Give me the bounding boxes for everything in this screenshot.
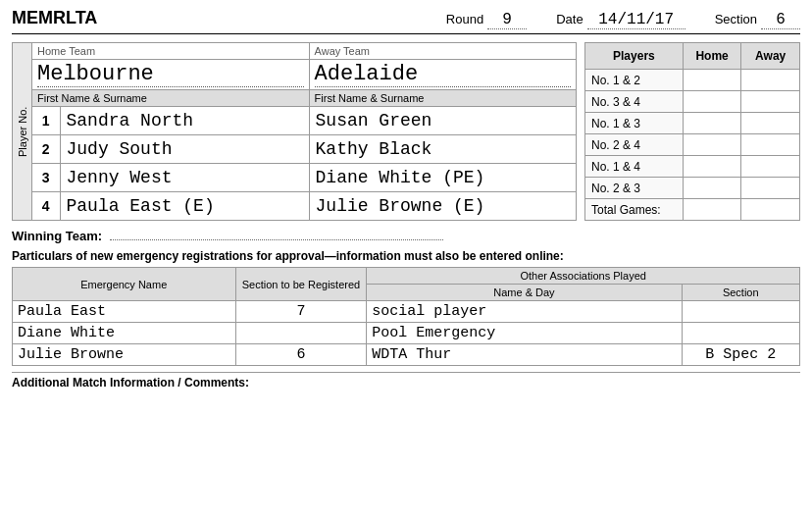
score-home-1 — [683, 91, 741, 113]
additional-comments-label: Additional Match Information / Comments: — [12, 376, 249, 390]
emergency-header-row: Emergency Name Section to be Registered … — [13, 268, 800, 285]
score-away-2 — [741, 113, 800, 134]
main-content: Player No.Home TeamAway TeamMelbourneAde… — [12, 42, 800, 221]
player-row-4: 4Paula East (E)Julie Browne (E) — [13, 192, 577, 221]
emergency-table: Emergency Name Section to be Registered … — [12, 267, 800, 366]
score-away-1 — [741, 91, 800, 113]
score-home-4 — [683, 156, 741, 178]
score-home-2 — [683, 113, 741, 134]
home-player-cell-3: 3Jenny West — [32, 164, 310, 192]
round-label: Round — [446, 12, 483, 26]
away-player-3: Diane White (PE) — [309, 164, 576, 192]
score-label-4: No. 1 & 4 — [585, 156, 684, 178]
home-player-3: Jenny West — [60, 164, 309, 191]
score-home-total — [683, 199, 741, 221]
section-label: Section — [715, 12, 757, 26]
section-to-register-col-header: Section to be Registered — [235, 268, 367, 301]
emergency-nameday-0: social player — [367, 301, 682, 323]
emergency-name-col-header: Emergency Name — [13, 268, 236, 301]
row-num-4: 4 — [32, 192, 60, 220]
round-field: Round 9 — [446, 11, 527, 29]
home-player-2: Judy South — [60, 135, 309, 163]
date-label: Date — [556, 12, 583, 26]
score-label-2: No. 1 & 3 — [585, 113, 684, 134]
score-home-0 — [683, 70, 741, 91]
winning-team-label: Winning Team: — [12, 229, 102, 243]
score-row-4: No. 1 & 4 — [585, 156, 800, 178]
emergency-note: Particulars of new emergency registratio… — [12, 249, 800, 263]
row-num-1: 1 — [32, 107, 60, 134]
score-row-2: No. 1 & 3 — [585, 113, 800, 134]
score-away-4 — [741, 156, 800, 178]
away-player-4: Julie Browne (E) — [309, 192, 576, 221]
home-col-header: Home — [683, 43, 741, 70]
score-label-5: No. 2 & 3 — [585, 178, 684, 199]
score-row-3: No. 2 & 4 — [585, 134, 800, 156]
score-away-5 — [741, 178, 800, 199]
round-value: 9 — [487, 11, 527, 29]
score-away-0 — [741, 70, 800, 91]
winning-team: Winning Team: — [12, 229, 800, 243]
score-row-5: No. 2 & 3 — [585, 178, 800, 199]
emergency-section-2: 6 — [235, 344, 367, 366]
emergency-section-0: 7 — [235, 301, 367, 323]
emergency-row-2: Julie Browne 6 WDTA Thur B Spec 2 — [13, 344, 800, 366]
home-team-name: Melbourne — [32, 60, 310, 90]
section-value: 6 — [761, 11, 800, 29]
home-player-cell-2: 2Judy South — [32, 135, 310, 164]
other-assoc-col-header: Other Associations Played — [367, 268, 800, 285]
home-player-4: Paula East (E) — [60, 192, 309, 220]
emergency-name-0: Paula East — [13, 301, 236, 323]
score-row-1: No. 3 & 4 — [585, 91, 800, 113]
home-first-name-label: First Name & Surname — [32, 90, 310, 107]
score-away-total — [741, 199, 800, 221]
players-col-header: Players — [585, 43, 684, 70]
additional-comments: Additional Match Information / Comments: — [12, 372, 800, 390]
away-player-2: Kathy Black — [309, 135, 576, 164]
players-table: Player No.Home TeamAway TeamMelbourneAde… — [12, 42, 577, 221]
score-away-3 — [741, 134, 800, 156]
away-col-header: Away — [741, 43, 800, 70]
emergency-nameday-1: Pool Emergency — [367, 323, 682, 344]
player-row-3: 3Jenny WestDiane White (PE) — [13, 164, 577, 192]
winning-team-value — [110, 239, 443, 240]
header-fields: Round 9 Date 14/11/17 Section 6 — [117, 11, 800, 29]
logo: MEMRLTA — [12, 8, 97, 28]
home-team-header: Home Team — [32, 43, 310, 60]
name-day-col-header: Name & Day — [367, 285, 682, 301]
emergency-section2-0 — [682, 301, 799, 323]
score-label-1: No. 3 & 4 — [585, 91, 684, 113]
date-field: Date 14/11/17 — [556, 11, 685, 29]
away-player-1: Susan Green — [309, 107, 576, 135]
emergency-row-0: Paula East 7 social player — [13, 301, 800, 323]
score-label-0: No. 1 & 2 — [585, 70, 684, 91]
away-team-header: Away Team — [309, 43, 576, 60]
emergency-name-2: Julie Browne — [13, 344, 236, 366]
home-player-1: Sandra North — [60, 107, 309, 134]
player-no-cell: Player No. — [13, 43, 32, 221]
emergency-section: Particulars of new emergency registratio… — [12, 249, 800, 366]
emergency-row-1: Diane White Pool Emergency — [13, 323, 800, 344]
row-num-3: 3 — [32, 164, 60, 191]
emergency-nameday-2: WDTA Thur — [367, 344, 682, 366]
score-label-3: No. 2 & 4 — [585, 134, 684, 156]
away-team-name: Adelaide — [309, 60, 576, 90]
home-player-cell-4: 4Paula East (E) — [32, 192, 310, 221]
score-row-total: Total Games: — [585, 199, 800, 221]
emergency-section2-1 — [682, 323, 799, 344]
date-value: 14/11/17 — [587, 11, 685, 29]
emergency-section2-2: B Spec 2 — [682, 344, 799, 366]
emergency-name-1: Diane White — [13, 323, 236, 344]
away-first-name-label: First Name & Surname — [309, 90, 576, 107]
score-home-3 — [683, 134, 741, 156]
scores-table: Players Home Away No. 1 & 2 No. 3 & 4 No… — [584, 42, 800, 221]
score-home-5 — [683, 178, 741, 199]
home-player-cell-1: 1Sandra North — [32, 107, 310, 135]
section2-col-header: Section — [682, 285, 799, 301]
score-label-total: Total Games: — [585, 199, 684, 221]
section-field: Section 6 — [715, 11, 800, 29]
player-row-2: 2Judy SouthKathy Black — [13, 135, 577, 164]
header: MEMRLTA Round 9 Date 14/11/17 Section 6 — [12, 8, 800, 34]
emergency-section-1 — [235, 323, 367, 344]
player-row-1: 1Sandra NorthSusan Green — [13, 107, 577, 135]
